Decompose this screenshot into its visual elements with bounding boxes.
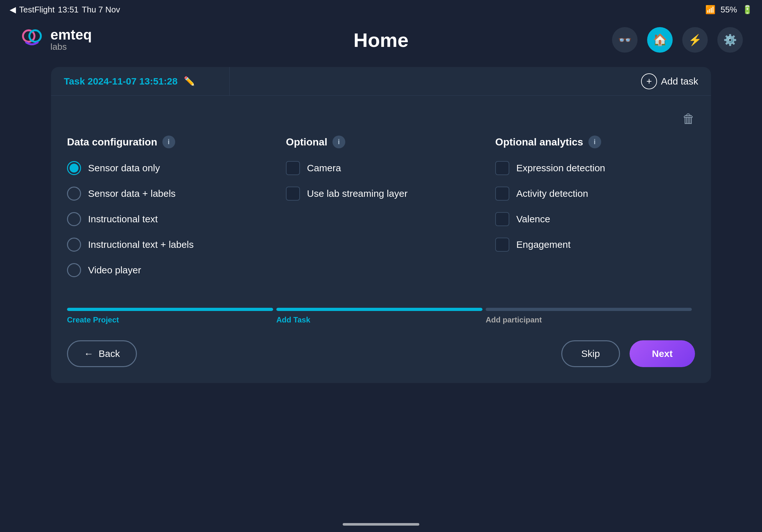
progress-bar-create [67, 308, 276, 311]
checkbox-engagement-label: Engagement [516, 239, 571, 250]
back-button[interactable]: ← Back [67, 340, 137, 367]
back-indicator: ◀ [10, 5, 16, 15]
optional-analytics-column: Optional analytics i Expression detectio… [486, 136, 695, 289]
radio-instructional-labels-label: Instructional text + labels [88, 239, 194, 250]
task-name-section: Task 2024-11-07 13:51:28 ✏️ [51, 67, 230, 96]
skip-button[interactable]: Skip [561, 340, 620, 367]
radio-instructional-circle [67, 212, 81, 226]
radio-instructional-label: Instructional text [88, 214, 158, 225]
progress-label-task: Add Task [276, 315, 486, 324]
logo-name: emteq [50, 28, 92, 42]
checkbox-valence-box [495, 212, 509, 226]
checkbox-camera[interactable]: Camera [286, 161, 476, 175]
radio-sensor-labels-label: Sensor data + labels [88, 188, 176, 199]
checkbox-activity[interactable]: Activity detection [495, 187, 685, 201]
radio-sensor-labels-circle [67, 187, 81, 201]
radio-video-player[interactable]: Video player [67, 263, 267, 277]
date: Thu 7 Nov [82, 5, 120, 15]
optional-column: Optional i Camera Use lab streaming laye… [276, 136, 486, 289]
optional-analytics-title: Optional analytics [495, 136, 583, 148]
progress-label-create: Create Project [67, 315, 276, 324]
checkbox-activity-label: Activity detection [516, 188, 588, 199]
optional-header: Optional i [286, 136, 476, 148]
add-task-label: Add task [661, 76, 698, 87]
optional-analytics-info[interactable]: i [588, 136, 601, 148]
page-title: Home [353, 29, 409, 51]
main-content: Task 2024-11-07 13:51:28 ✏️ + Add task 🗑 [0, 67, 762, 383]
next-button[interactable]: Next [630, 340, 695, 367]
optional-analytics-header: Optional analytics i [495, 136, 685, 148]
header: emteq labs Home 👓 🏠 ⚡ ⚙️ [0, 19, 762, 61]
progress-labels: Create Project Add Task Add participant [67, 315, 695, 324]
data-config-column: Data configuration i Sensor data only Se… [67, 136, 276, 289]
optional-info[interactable]: i [333, 136, 345, 148]
bluetooth-button[interactable]: ⚡ [682, 27, 708, 53]
edit-icon[interactable]: ✏️ [184, 76, 195, 87]
battery: 55% [721, 5, 737, 15]
checkbox-lab-streaming-label: Use lab streaming layer [307, 188, 408, 199]
task-body: 🗑 Data configuration i Sensor data only [51, 96, 711, 383]
radio-instructional-labels[interactable]: Instructional text + labels [67, 237, 267, 252]
action-buttons: ← Back Skip Next [67, 340, 695, 367]
status-bar: ◀ TestFlight 13:51 Thu 7 Nov 📶 55% 🔋 [0, 0, 762, 19]
checkbox-valence[interactable]: Valence [495, 212, 685, 226]
checkbox-expression[interactable]: Expression detection [495, 161, 685, 175]
radio-instructional-labels-circle [67, 237, 81, 252]
radio-sensor-labels[interactable]: Sensor data + labels [67, 187, 267, 201]
checkbox-lab-streaming-box [286, 187, 300, 201]
progress-section: Create Project Add Task Add participant [67, 308, 695, 324]
checkbox-activity-box [495, 187, 509, 201]
progress-label-participant: Add participant [486, 315, 695, 324]
optional-title: Optional [286, 136, 327, 148]
battery-icon: 🔋 [742, 5, 752, 15]
logo-svg [19, 27, 45, 53]
checkbox-camera-box [286, 161, 300, 175]
data-config-info[interactable]: i [162, 136, 175, 148]
checkbox-valence-label: Valence [516, 214, 550, 225]
progress-fill-create [67, 308, 273, 311]
checkbox-engagement[interactable]: Engagement [495, 237, 685, 252]
checkbox-lab-streaming[interactable]: Use lab streaming layer [286, 187, 476, 201]
progress-fill-task [276, 308, 483, 311]
delete-button[interactable]: 🗑 [682, 112, 695, 126]
radio-instructional[interactable]: Instructional text [67, 212, 267, 226]
add-task-section: + Add task [230, 73, 711, 89]
bluetooth-icon: ⚡ [688, 33, 702, 46]
home-button[interactable]: 🏠 [647, 27, 673, 53]
glasses-icon: 👓 [618, 33, 632, 46]
back-arrow-icon: ← [84, 348, 94, 359]
checkbox-engagement-box [495, 237, 509, 252]
radio-video-player-label: Video player [88, 265, 141, 276]
logo: emteq labs [19, 27, 92, 53]
header-icons: 👓 🏠 ⚡ ⚙️ [612, 27, 743, 53]
task-card: Task 2024-11-07 13:51:28 ✏️ + Add task 🗑 [51, 67, 711, 383]
radio-sensor-only-label: Sensor data only [88, 163, 160, 173]
data-config-title: Data configuration [67, 136, 157, 148]
progress-bar-participant [486, 308, 695, 311]
delete-row: 🗑 [67, 112, 695, 126]
checkbox-expression-label: Expression detection [516, 163, 605, 173]
task-header: Task 2024-11-07 13:51:28 ✏️ + Add task [51, 67, 711, 96]
add-task-button[interactable]: + Add task [641, 73, 698, 89]
checkbox-camera-label: Camera [307, 163, 341, 173]
next-label: Next [652, 348, 673, 359]
home-icon: 🏠 [653, 33, 667, 46]
data-config-header: Data configuration i [67, 136, 267, 148]
wifi-icon: 📶 [705, 5, 716, 15]
skip-label: Skip [581, 348, 600, 359]
settings-icon: ⚙️ [724, 33, 737, 46]
progress-bar-task [276, 308, 486, 311]
radio-sensor-only[interactable]: Sensor data only [67, 161, 267, 175]
time: 13:51 [58, 5, 79, 15]
progress-bars [67, 308, 695, 311]
plus-icon: + [641, 73, 657, 89]
config-columns: Data configuration i Sensor data only Se… [67, 136, 695, 289]
right-buttons: Skip Next [561, 340, 695, 367]
glasses-button[interactable]: 👓 [612, 27, 638, 53]
logo-sub: labs [50, 42, 92, 52]
radio-sensor-only-circle [67, 161, 81, 175]
home-indicator [343, 523, 419, 526]
radio-video-player-circle [67, 263, 81, 277]
checkbox-expression-box [495, 161, 509, 175]
settings-button[interactable]: ⚙️ [717, 27, 743, 53]
